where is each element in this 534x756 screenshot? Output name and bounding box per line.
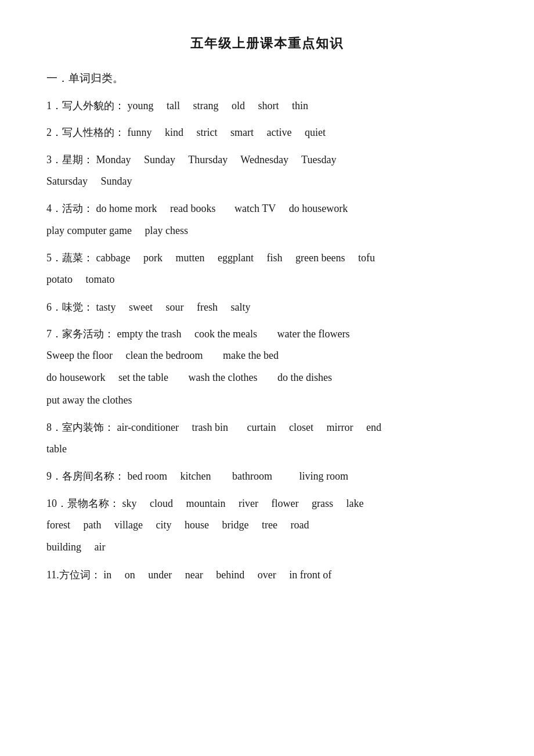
word: village xyxy=(114,519,143,531)
continuation-line: forest path village city house bridge tr… xyxy=(46,515,488,535)
list-item: 3．星期： Monday Sunday Thursday Wednesday T… xyxy=(46,150,488,192)
word: tall xyxy=(167,100,180,111)
word: air-conditioner xyxy=(117,422,179,433)
word: fresh xyxy=(197,301,218,313)
word: sky xyxy=(122,498,137,509)
word: quiet xyxy=(305,127,326,138)
item-label: 11.方位词： xyxy=(46,569,101,581)
word: cook the meals xyxy=(194,328,257,340)
word: in xyxy=(103,569,111,581)
word: in front of xyxy=(289,569,331,581)
word: Thursday xyxy=(188,154,228,165)
word: Wednesday xyxy=(240,154,288,165)
word: clean the bedroom xyxy=(125,350,203,361)
word: cloud xyxy=(150,498,173,509)
word: grass xyxy=(312,498,333,509)
section-header: 一．单词归类。 xyxy=(46,71,488,86)
item-label: 3．星期： xyxy=(46,154,93,165)
item-label: 4．活动： xyxy=(46,203,93,214)
word: Tuesday xyxy=(301,154,336,165)
word: watch TV xyxy=(234,203,276,214)
item-label: 6．味觉： xyxy=(46,301,93,313)
word: mirror xyxy=(327,422,353,433)
word: sweet xyxy=(129,301,153,313)
continuation-line: potato tomato xyxy=(46,269,488,289)
list-item: 1．写人外貌的： young tall strang old short thi… xyxy=(46,96,488,115)
word: behind xyxy=(216,569,244,581)
word: tasty xyxy=(96,301,116,313)
word: closet xyxy=(289,422,313,433)
word: active xyxy=(267,127,292,138)
page-container: 五年级上册课本重点知识 一．单词归类。 1．写人外貌的： young tall … xyxy=(46,35,488,584)
word: short xyxy=(258,100,279,111)
list-item: 4．活动： do home mork read books watch TV d… xyxy=(46,199,488,240)
word: mutten xyxy=(175,252,204,264)
item-label: 1．写人外貌的： xyxy=(46,100,125,111)
word: bathroom xyxy=(232,470,272,482)
item-label: 8．室内装饰： xyxy=(46,422,114,433)
word: young xyxy=(128,100,154,111)
word: flower xyxy=(272,498,299,509)
word: mountain xyxy=(186,498,226,509)
word: cabbage xyxy=(96,252,131,264)
word: near xyxy=(185,569,203,581)
word: empty the trash xyxy=(117,328,182,340)
word: bridge xyxy=(222,519,248,531)
word: sour xyxy=(165,301,183,313)
word: do the dishes xyxy=(277,372,332,383)
word: eggplant xyxy=(218,252,254,264)
word: road xyxy=(290,519,309,531)
word: over xyxy=(258,569,276,581)
list-item: 10．景物名称： sky cloud mountain river flower… xyxy=(46,494,488,557)
word: potato xyxy=(46,273,73,285)
page-title: 五年级上册课本重点知识 xyxy=(46,35,488,52)
word: salty xyxy=(230,301,250,313)
item-label: 9．各房间名称： xyxy=(46,470,125,482)
word: tomato xyxy=(86,273,115,285)
word: under xyxy=(148,569,172,581)
continuation-line: Sweep the floor clean the bedroom make t… xyxy=(46,345,488,365)
item-label: 10．景物名称： xyxy=(46,498,120,509)
word: play chess xyxy=(145,225,187,236)
word: lake xyxy=(346,498,363,509)
continuation-line: do housework set the table wash the clot… xyxy=(46,368,488,387)
word: pork xyxy=(143,252,163,264)
word: thin xyxy=(292,100,308,111)
word: table xyxy=(46,443,67,455)
word: bed room xyxy=(128,470,167,482)
word: strict xyxy=(197,127,218,138)
word: set the table xyxy=(118,372,168,383)
word: do home mork xyxy=(96,203,157,214)
word: Monday xyxy=(96,154,131,165)
word: living room xyxy=(299,470,348,482)
item-label: 7．家务活动： xyxy=(46,328,114,340)
item-label: 2．写人性格的： xyxy=(46,127,125,138)
list-item: 9．各房间名称： bed room kitchen bathroom livin… xyxy=(46,467,488,485)
item-label: 5．蔬菜： xyxy=(46,252,93,264)
word: Satursday xyxy=(46,175,88,187)
word: on xyxy=(125,569,135,581)
word: do housework xyxy=(289,203,348,214)
word: fish xyxy=(266,252,282,264)
continuation-line: play computer game play chess xyxy=(46,221,488,240)
list-item: 6．味觉： tasty sweet sour fresh salty xyxy=(46,298,488,316)
word: funny xyxy=(128,127,152,138)
word: water the flowers xyxy=(277,328,349,340)
word: wash the clothes xyxy=(188,372,257,383)
word: forest xyxy=(46,519,70,531)
word: Sunday xyxy=(144,154,175,165)
continuation-line: building air xyxy=(46,537,488,557)
word: read books xyxy=(170,203,215,214)
word: kitchen xyxy=(180,470,211,482)
continuation-line: table xyxy=(46,439,488,459)
word: house xyxy=(185,519,209,531)
word: tofu xyxy=(358,252,375,264)
word: end xyxy=(366,422,381,433)
word: Sweep the floor xyxy=(46,350,113,361)
continuation-line: Satursday Sunday xyxy=(46,171,488,191)
word: air xyxy=(95,541,106,553)
list-item: 2．写人性格的： funny kind strict smart active … xyxy=(46,123,488,142)
list-item: 5．蔬菜： cabbage pork mutten eggplant fish … xyxy=(46,249,488,290)
list-item: 7．家务活动： empty the trash cook the meals w… xyxy=(46,325,488,410)
word: curtain xyxy=(247,422,276,433)
